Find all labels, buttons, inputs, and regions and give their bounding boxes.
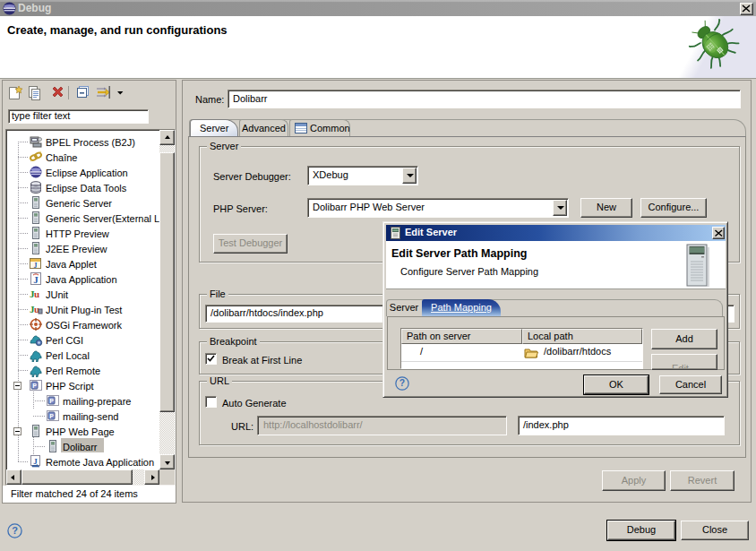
svg-text:?: ? xyxy=(399,378,405,388)
svg-text:P: P xyxy=(49,413,54,419)
svg-text:J: J xyxy=(33,274,39,285)
svg-text:?: ? xyxy=(12,525,18,536)
svg-text:u: u xyxy=(34,288,39,299)
svg-text:J: J xyxy=(33,457,38,466)
svg-text:P: P xyxy=(32,383,37,389)
svg-text:P: P xyxy=(49,398,54,404)
svg-text:J: J xyxy=(34,262,38,270)
